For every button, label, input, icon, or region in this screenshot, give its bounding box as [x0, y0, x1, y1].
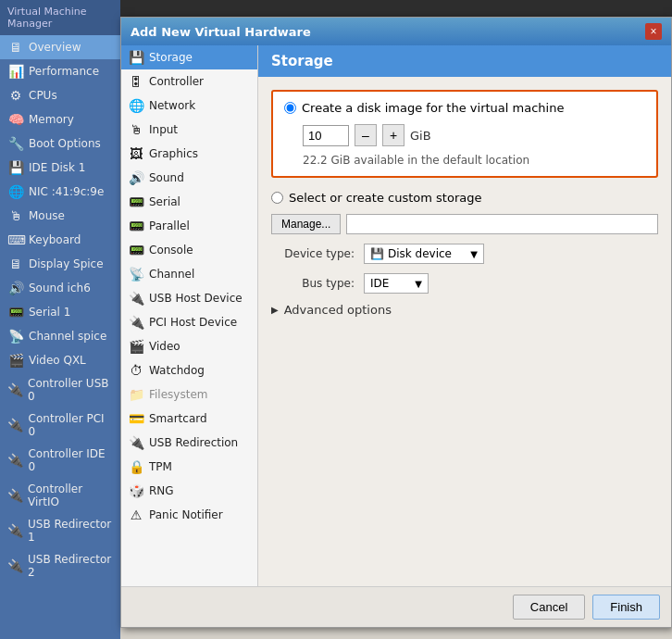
- hw-label-usb-redirection: USB Redirection: [149, 436, 238, 449]
- controller-usb-0-icon: 🔌: [7, 382, 23, 397]
- sidebar-label-display-spice: Display Spice: [29, 257, 104, 270]
- hw-item-smartcard[interactable]: 💳Smartcard: [121, 407, 257, 431]
- manage-button[interactable]: Manage...: [271, 214, 341, 234]
- sidebar-item-channel-spice[interactable]: 📡Channel spice: [0, 324, 120, 348]
- hw-label-storage: Storage: [149, 51, 193, 64]
- sidebar-label-performance: Performance: [29, 65, 99, 78]
- hw-item-channel[interactable]: 📡Channel: [121, 262, 257, 286]
- sidebar-item-sound-ich6[interactable]: 🔊Sound ich6: [0, 276, 120, 300]
- device-icon: 💾: [370, 247, 384, 260]
- sidebar-item-usb-redirector-2[interactable]: 🔌USB Redirector 2: [0, 548, 120, 583]
- sidebar-item-controller-virtio[interactable]: 🔌Controller VirtIO: [0, 478, 120, 513]
- nic-icon: 🌐: [7, 184, 24, 199]
- hw-label-pci-host-device: PCI Host Device: [149, 316, 237, 329]
- hw-item-rng[interactable]: 🎲RNG: [121, 479, 257, 503]
- sidebar-item-cpus[interactable]: ⚙CPUs: [0, 83, 120, 107]
- usb-redirector-1-icon: 🔌: [7, 523, 23, 538]
- modal-footer: Cancel Finish: [121, 586, 671, 627]
- create-disk-label: Create a disk image for the virtual mach…: [302, 101, 564, 115]
- storage-hw-icon: 💾: [129, 50, 143, 65]
- hw-item-console[interactable]: 📟Console: [121, 238, 257, 262]
- bus-type-label: Bus type:: [271, 277, 355, 290]
- sidebar-item-overview[interactable]: 🖥Overview: [0, 35, 120, 59]
- hw-item-serial[interactable]: 📟Serial: [121, 190, 257, 214]
- size-input[interactable]: [303, 125, 349, 146]
- overview-icon: 🖥: [7, 40, 24, 55]
- available-text: 22.2 GiB available in the default locati…: [303, 154, 645, 167]
- device-type-select[interactable]: 💾 Disk device ▼: [364, 244, 484, 264]
- advanced-options-toggle[interactable]: ▶ Advanced options: [271, 303, 658, 317]
- sidebar-item-controller-usb-0[interactable]: 🔌Controller USB 0: [0, 372, 120, 407]
- custom-storage-row: Select or create custom storage: [271, 191, 658, 205]
- hw-item-storage[interactable]: 💾Storage: [121, 45, 257, 69]
- hw-label-console: Console: [149, 244, 193, 257]
- hw-item-usb-host-device[interactable]: 🔌USB Host Device: [121, 286, 257, 310]
- serial-1-icon: 📟: [7, 305, 24, 320]
- sidebar-label-controller-virtio: Controller VirtIO: [28, 482, 113, 508]
- hw-item-filesystem[interactable]: 📁Filesystem: [121, 382, 257, 407]
- sidebar-item-ide-disk-1[interactable]: 💾IDE Disk 1: [0, 156, 120, 180]
- hw-item-video[interactable]: 🎬Video: [121, 334, 257, 358]
- manage-row: Manage...: [271, 214, 658, 234]
- manage-path-input[interactable]: [346, 214, 658, 234]
- hw-item-input[interactable]: 🖱Input: [121, 118, 257, 142]
- hardware-list: 💾Storage🎛Controller🌐Network🖱Input🖼Graphi…: [121, 45, 258, 586]
- sidebar-item-boot-options[interactable]: 🔧Boot Options: [0, 132, 120, 156]
- hw-item-panic-notifier[interactable]: ⚠Panic Notifier: [121, 503, 257, 527]
- network-hw-icon: 🌐: [129, 98, 143, 113]
- sidebar-header: Virtual Machine Manager: [0, 0, 120, 35]
- usb-host-device-hw-icon: 🔌: [129, 291, 143, 306]
- plus-button[interactable]: +: [382, 124, 404, 146]
- right-panel: Storage Create a disk image for the virt…: [258, 45, 671, 586]
- device-type-value: Disk device: [388, 247, 452, 260]
- sidebar-item-video-qxl[interactable]: 🎬Video QXL: [0, 348, 120, 372]
- create-disk-radio[interactable]: [284, 102, 296, 114]
- hw-label-controller: Controller: [149, 75, 204, 88]
- minus-button[interactable]: –: [355, 124, 377, 146]
- hw-item-usb-redirection[interactable]: 🔌USB Redirection: [121, 431, 257, 455]
- hw-item-network[interactable]: 🌐Network: [121, 94, 257, 118]
- advanced-label: Advanced options: [284, 303, 392, 317]
- sidebar-label-memory: Memory: [29, 113, 74, 126]
- sidebar-item-controller-ide-0[interactable]: 🔌Controller IDE 0: [0, 443, 120, 478]
- hw-item-tpm[interactable]: 🔒TPM: [121, 455, 257, 479]
- hw-item-controller[interactable]: 🎛Controller: [121, 69, 257, 94]
- sidebar-item-keyboard[interactable]: ⌨Keyboard: [0, 228, 120, 252]
- parallel-hw-icon: 📟: [129, 219, 143, 233]
- controller-pci-0-icon: 🔌: [7, 418, 24, 432]
- sound-ich6-icon: 🔊: [7, 281, 24, 295]
- size-unit: GiB: [410, 129, 431, 143]
- sidebar-label-usb-redirector-2: USB Redirector 2: [28, 553, 113, 579]
- cpus-icon: ⚙: [7, 88, 24, 103]
- hw-item-pci-host-device[interactable]: 🔌PCI Host Device: [121, 310, 257, 334]
- bus-type-select[interactable]: IDE ▼: [364, 273, 429, 294]
- cancel-button[interactable]: Cancel: [513, 595, 585, 620]
- sidebar-label-controller-ide-0: Controller IDE 0: [28, 447, 113, 473]
- sidebar-item-mouse[interactable]: 🖱Mouse: [0, 204, 120, 228]
- sidebar-label-ide-disk-1: IDE Disk 1: [29, 161, 85, 174]
- ide-disk-1-icon: 💾: [7, 160, 24, 175]
- sidebar-item-usb-redirector-1[interactable]: 🔌USB Redirector 1: [0, 513, 120, 548]
- sidebar-label-serial-1: Serial 1: [29, 306, 70, 319]
- modal-close-button[interactable]: ×: [645, 23, 662, 40]
- performance-icon: 📊: [7, 64, 24, 79]
- sidebar-item-memory[interactable]: 🧠Memory: [0, 107, 120, 132]
- rng-hw-icon: 🎲: [129, 483, 143, 498]
- hw-label-filesystem: Filesystem: [149, 388, 207, 401]
- panic-notifier-hw-icon: ⚠: [129, 507, 143, 522]
- section-content: Create a disk image for the virtual mach…: [258, 77, 671, 586]
- sidebar-item-display-spice[interactable]: 🖥Display Spice: [0, 252, 120, 276]
- hw-item-parallel[interactable]: 📟Parallel: [121, 214, 257, 238]
- sidebar-label-channel-spice: Channel spice: [29, 330, 106, 343]
- custom-storage-radio[interactable]: [271, 192, 283, 204]
- hw-item-sound[interactable]: 🔊Sound: [121, 166, 257, 190]
- smartcard-hw-icon: 💳: [129, 411, 143, 426]
- sidebar-item-nic[interactable]: 🌐NIC :41:9c:9e: [0, 180, 120, 204]
- finish-button[interactable]: Finish: [592, 595, 660, 620]
- boot-options-icon: 🔧: [7, 136, 24, 151]
- hw-item-graphics[interactable]: 🖼Graphics: [121, 142, 257, 166]
- hw-item-watchdog[interactable]: ⏱Watchdog: [121, 358, 257, 382]
- sidebar-item-serial-1[interactable]: 📟Serial 1: [0, 300, 120, 324]
- sidebar-item-performance[interactable]: 📊Performance: [0, 59, 120, 83]
- sidebar-item-controller-pci-0[interactable]: 🔌Controller PCI 0: [0, 407, 120, 443]
